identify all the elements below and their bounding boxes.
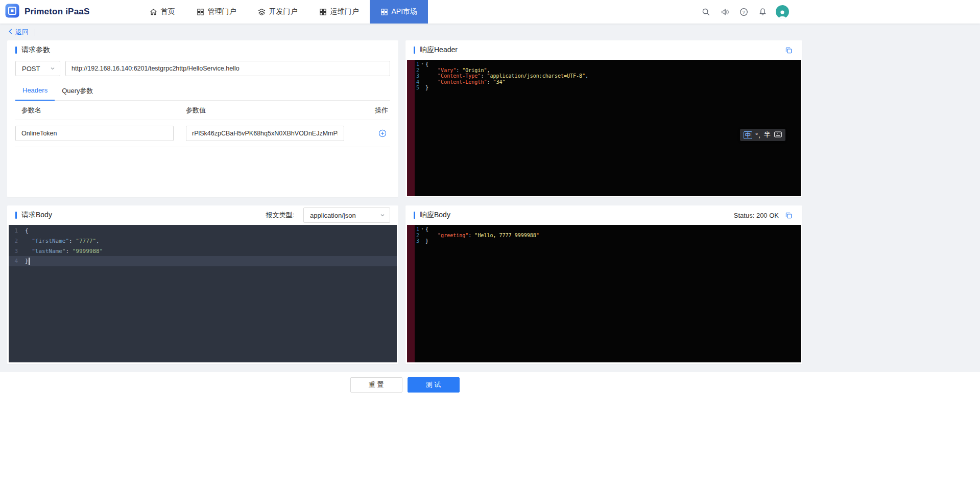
grid-icon (380, 8, 388, 16)
grid-icon (319, 8, 327, 16)
line-content: { (23, 226, 397, 236)
line-content: "Content-Type": "application/json;charse… (425, 73, 801, 79)
home-icon (150, 8, 157, 16)
code-line: 1▾{ (407, 226, 801, 233)
fold-spacer (18, 256, 23, 266)
response-header-editor[interactable]: 1▾{2 "Vary": "Origin",3 "Content-Type": … (407, 60, 801, 196)
line-number: 3 (407, 238, 419, 244)
nav-item-label: 首页 (161, 7, 175, 16)
line-content: } (23, 256, 397, 266)
fold-spacer (18, 246, 23, 257)
reset-button[interactable]: 重 置 (350, 377, 402, 393)
code-line: 1{ (9, 226, 397, 236)
content-type-select[interactable]: application/json (303, 208, 390, 223)
ime-mode-indicator: 中 (744, 131, 752, 139)
back-button[interactable]: 返回 (8, 28, 29, 37)
fold-spacer (18, 236, 23, 246)
table-row (15, 120, 390, 147)
fold-spacer (419, 79, 425, 85)
add-param-icon[interactable] (377, 128, 388, 139)
nav-item-api-market[interactable]: API市场 (370, 0, 428, 24)
action-footer: 重 置 测 试 (0, 372, 980, 483)
test-button[interactable]: 测 试 (408, 377, 460, 393)
grid-icon (197, 8, 204, 16)
copy-icon[interactable] (783, 44, 794, 56)
line-content: "lastName": "9999988" (23, 246, 397, 257)
line-content: } (425, 85, 801, 91)
tab-query-params[interactable]: Query参数 (55, 82, 100, 101)
card-title-request-params: 请求参数 (15, 45, 50, 55)
brand-logo-icon (5, 3, 20, 20)
brand[interactable]: Primeton iPaaS (0, 3, 90, 20)
line-number: 3 (407, 73, 419, 79)
column-operation: 操作 (372, 106, 390, 115)
line-content: "greeting": "Hello, 7777 9999988" (425, 233, 801, 239)
param-value-input[interactable] (186, 126, 344, 141)
title-accent-bar (15, 212, 17, 219)
code-line: 5} (407, 85, 801, 91)
card-title-request-body: 请求Body (15, 211, 52, 220)
fold-spacer (419, 73, 425, 79)
param-name-input[interactable] (15, 126, 174, 141)
nav-item-label: API市场 (392, 7, 418, 16)
request-params-card: 请求参数 POST Headers Query参数 (7, 40, 398, 197)
line-number: 1 (407, 226, 419, 233)
line-number: 1 (407, 61, 419, 67)
copy-icon[interactable] (783, 210, 794, 221)
card-title-response-body: 响应Body (414, 211, 450, 220)
line-number: 4 (407, 79, 419, 85)
request-body-editor[interactable]: 1{2 "firstName": "7777",3 "lastName": "9… (9, 225, 397, 362)
main-nav: 首页 管理门户 开发门户 运维门户 (139, 0, 428, 24)
bell-icon[interactable] (757, 6, 768, 17)
nav-item-ops-portal[interactable]: 运维门户 (308, 0, 370, 24)
nav-item-label: 运维门户 (330, 7, 359, 16)
param-tabs: Headers Query参数 (15, 82, 390, 101)
fold-spacer (419, 67, 425, 74)
line-number: 1 (9, 226, 18, 236)
url-input[interactable] (65, 61, 390, 76)
text-cursor (29, 258, 30, 265)
method-select-value: POST (22, 65, 40, 73)
ime-status-bar[interactable]: 中 °, 半 (740, 129, 785, 141)
title-accent-bar (15, 47, 17, 54)
nav-item-admin-portal[interactable]: 管理门户 (186, 0, 247, 24)
nav-item-label: 开发门户 (269, 7, 298, 16)
code-line: 1▾{ (407, 61, 801, 67)
brand-name: Primeton iPaaS (25, 7, 90, 17)
title-accent-bar (414, 47, 415, 54)
response-body-editor[interactable]: 1▾{2 "greeting": "Hello, 7777 9999988"3} (407, 225, 801, 362)
fold-arrow-icon[interactable]: ▾ (419, 61, 425, 67)
line-content: } (425, 238, 801, 244)
line-number: 3 (9, 246, 18, 257)
code-line: 3 "lastName": "9999988" (9, 246, 397, 257)
navbar-actions: ? (700, 5, 809, 18)
content-area: 返回 请求参数 POST (0, 24, 980, 372)
fold-spacer (419, 238, 425, 244)
code-line: 4} (9, 256, 397, 266)
nav-item-home[interactable]: 首页 (139, 0, 186, 24)
fold-spacer (419, 85, 425, 91)
status-badge: Status: 200 OK (734, 212, 779, 219)
user-avatar[interactable] (776, 5, 789, 18)
top-navbar: Primeton iPaaS 首页 管理门户 开发门户 (0, 0, 980, 24)
nav-item-label: 管理门户 (208, 7, 236, 16)
fold-spacer (419, 233, 425, 239)
line-content: "Vary": "Origin", (425, 67, 801, 74)
line-content: "firstName": "7777", (23, 236, 397, 246)
content-type-select-value: application/json (310, 212, 356, 219)
layers-icon (258, 8, 266, 16)
line-number: 2 (9, 236, 18, 246)
column-param-value: 参数值 (186, 106, 372, 115)
nav-item-dev-portal[interactable]: 开发门户 (247, 0, 308, 24)
tab-headers[interactable]: Headers (15, 82, 55, 101)
card-title-response-header: 响应Header (414, 45, 458, 55)
help-icon[interactable]: ? (738, 6, 749, 17)
column-param-name: 参数名 (15, 106, 186, 115)
fold-arrow-icon[interactable]: ▾ (419, 226, 425, 233)
search-icon[interactable] (700, 6, 711, 17)
code-line: 4 "Content-Length": "34" (407, 79, 801, 85)
announcement-icon[interactable] (719, 6, 730, 17)
param-table-header: 参数名 参数值 操作 (15, 101, 390, 120)
method-select[interactable]: POST (15, 61, 60, 76)
svg-text:?: ? (742, 9, 745, 14)
